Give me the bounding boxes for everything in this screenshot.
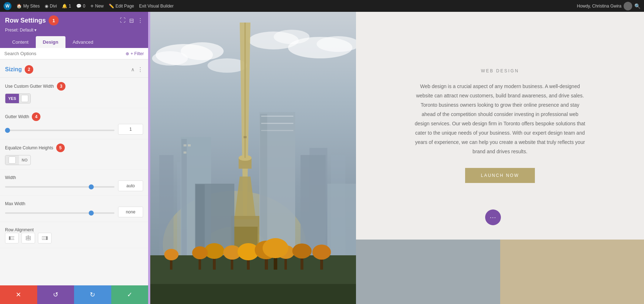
new-button[interactable]: + New: [90, 3, 103, 9]
max-width-slider-track: [5, 209, 114, 215]
align-center-button[interactable]: [21, 233, 35, 243]
close-button[interactable]: ✕: [0, 285, 37, 304]
redo-icon: ↻: [90, 291, 95, 299]
gutter-width-slider-row: 1: [5, 124, 143, 135]
custom-gutter-label: Use Custom Gutter Width: [5, 84, 54, 89]
floating-menu-button[interactable]: ···: [485, 209, 501, 225]
step-badge-1: 1: [49, 15, 59, 25]
svg-point-16: [152, 51, 188, 66]
svg-rect-37: [184, 144, 186, 146]
max-width-setting: Max Width none: [0, 196, 148, 222]
sizing-section-header: Sizing 2 ∧ ⋮: [0, 59, 148, 78]
admin-bar-right: Howdy, Christina Gwira 🔍: [577, 2, 640, 10]
width-setting: Width auto: [0, 170, 148, 196]
svg-rect-7: [46, 236, 48, 240]
width-value[interactable]: auto: [118, 180, 143, 191]
web-design-body: Web design is a crucial aspect of any mo…: [414, 82, 586, 156]
tab-design[interactable]: Design: [36, 36, 65, 48]
notifications-button[interactable]: 🔔 1: [62, 4, 71, 9]
exit-visual-builder-button[interactable]: Exit Visual Builder: [139, 4, 174, 9]
undo-button[interactable]: ↺: [37, 285, 74, 304]
edit-icon: ✏️: [109, 4, 114, 9]
svg-point-63: [192, 246, 208, 259]
color-swatches-section: [356, 240, 644, 304]
redo-button[interactable]: ↻: [74, 285, 111, 304]
svg-rect-43: [261, 123, 293, 124]
search-bar: ⊕ + Filter: [0, 48, 148, 59]
search-input[interactable]: [4, 51, 123, 56]
edit-page-button[interactable]: ✏️ Edit Page: [109, 4, 134, 9]
custom-gutter-toggle[interactable]: YES: [5, 93, 31, 103]
panel-header-icons: ⛶ ⊟ ⋮: [120, 17, 143, 24]
equalize-columns-toggle[interactable]: NO: [5, 155, 31, 165]
user-info[interactable]: Howdy, Christina Gwira 🔍: [577, 2, 640, 10]
right-content: WEB DESIGN Web design is a crucial aspec…: [148, 12, 644, 304]
chevron-down-icon: ▾: [34, 28, 36, 33]
row-alignment-label: Row Alignment: [5, 227, 34, 232]
equalize-columns-setting: Equalize Column Heights 5 NO: [0, 139, 148, 170]
close-icon: ✕: [16, 291, 21, 299]
admin-bar-left: W 🏠 My Sites ◉ Divi 🔔 1 💬 0 + New ✏️ Edi…: [4, 2, 571, 10]
save-button[interactable]: ✓: [111, 285, 148, 304]
wp-logo-icon: W: [4, 2, 11, 10]
align-left-button[interactable]: [5, 233, 19, 243]
filter-icon: ⊕: [126, 51, 129, 56]
gutter-width-label-row: Gutter Width 4: [5, 112, 143, 121]
section-controls: ∧ ⋮: [131, 66, 143, 73]
svg-rect-42: [261, 116, 293, 117]
toggle-yes-thumb: [19, 94, 30, 103]
web-design-section: WEB DESIGN Web design is a crucial aspec…: [356, 12, 644, 240]
section-menu-icon[interactable]: ⋮: [137, 66, 143, 73]
plus-icon: +: [90, 3, 93, 9]
comments-button[interactable]: 💬 0: [76, 4, 86, 9]
fullscreen-icon[interactable]: ⛶: [120, 17, 126, 24]
wp-logo-button[interactable]: W: [4, 2, 11, 10]
section-title-text: WEB DESIGN: [414, 68, 586, 73]
svg-rect-22: [159, 155, 174, 262]
width-slider-track: [5, 183, 114, 189]
max-width-label: Max Width: [5, 201, 25, 206]
panel-preset[interactable]: Preset: Default ▾: [5, 28, 143, 33]
launch-now-button[interactable]: LAUNCH NOW: [465, 168, 535, 183]
width-slider-row: auto: [5, 180, 143, 191]
filter-button[interactable]: ⊕ + Filter: [126, 51, 144, 56]
gutter-width-label: Gutter Width: [5, 114, 29, 119]
align-right-icon: [42, 235, 48, 241]
split-view-icon[interactable]: ⊟: [129, 17, 134, 24]
svg-rect-70: [148, 284, 356, 304]
city-skyline-image: [148, 12, 356, 304]
svg-rect-38: [188, 144, 191, 146]
search-icon[interactable]: 🔍: [634, 3, 640, 9]
max-width-slider-row: none: [5, 207, 143, 217]
bell-icon: 🔔: [62, 4, 67, 9]
svg-point-61: [292, 243, 312, 259]
left-panel: Row Settings 1 ⛶ ⊟ ⋮ Preset: Default ▾ C…: [0, 12, 148, 304]
svg-rect-0: [9, 236, 10, 240]
gutter-width-value[interactable]: 1: [118, 124, 143, 135]
gutter-width-slider-track: [5, 126, 114, 132]
my-sites-button[interactable]: 🏠 My Sites: [16, 4, 40, 9]
equalize-columns-label-row: Equalize Column Heights 5: [5, 144, 143, 152]
tab-content[interactable]: Content: [5, 36, 36, 48]
svg-point-67: [312, 245, 331, 260]
row-alignment-controls: [5, 233, 143, 243]
max-width-slider[interactable]: [5, 212, 114, 214]
width-slider[interactable]: [5, 186, 114, 188]
toggle-yes-box: [21, 95, 28, 102]
max-width-value[interactable]: none: [118, 207, 143, 217]
divi-button[interactable]: ◉ Divi: [45, 4, 57, 9]
align-right-button[interactable]: [38, 233, 52, 243]
row-alignment-setting: Row Alignment: [0, 222, 148, 248]
save-icon: ✓: [127, 291, 132, 299]
web-design-content: WEB DESIGN Web design is a crucial aspec…: [414, 68, 586, 183]
panel-resize-handle[interactable]: [148, 12, 150, 304]
gutter-width-slider[interactable]: [5, 130, 114, 131]
equalize-columns-label: Equalize Column Heights: [5, 145, 53, 150]
tab-advanced[interactable]: Advanced: [65, 36, 101, 48]
more-options-icon[interactable]: ⋮: [137, 17, 143, 24]
panel-title-row: Row Settings 1 ⛶ ⊟ ⋮: [5, 15, 143, 25]
panel-title-group: Row Settings 1: [5, 15, 59, 25]
collapse-icon[interactable]: ∧: [131, 67, 135, 72]
swatch-tan: [500, 240, 644, 304]
step-badge-4: 4: [32, 112, 40, 121]
